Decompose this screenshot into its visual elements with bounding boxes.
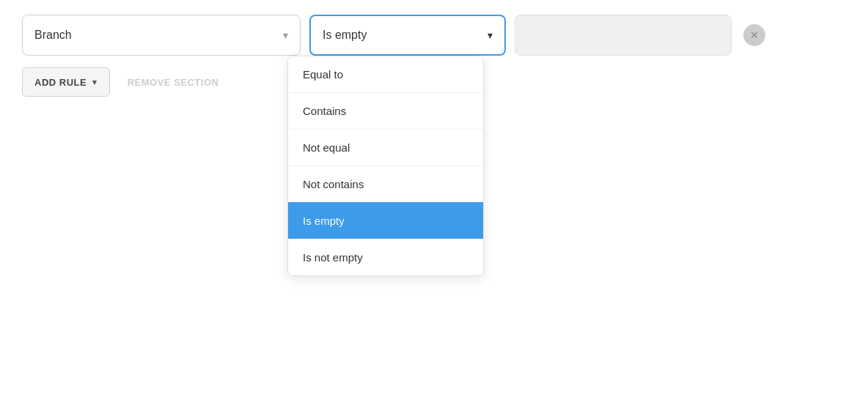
close-button[interactable]: ✕ xyxy=(743,24,765,46)
dropdown-item-not-equal[interactable]: Not equal xyxy=(288,129,483,165)
main-container: Branch ▾ Is empty ▾ ✕ ADD RULE ▾ REMOVE … xyxy=(0,0,868,413)
remove-section-button[interactable]: REMOVE SECTION xyxy=(128,77,219,88)
value-input[interactable] xyxy=(515,15,732,56)
add-rule-button[interactable]: ADD RULE ▾ xyxy=(22,67,110,97)
condition-dropdown-label: Is empty xyxy=(323,29,367,42)
add-rule-label: ADD RULE xyxy=(34,77,87,88)
close-icon: ✕ xyxy=(750,29,759,41)
branch-dropdown[interactable]: Branch ▾ xyxy=(22,15,301,56)
filter-row: Branch ▾ Is empty ▾ ✕ xyxy=(22,15,846,56)
branch-dropdown-arrow-icon: ▾ xyxy=(283,29,288,41)
condition-dropdown[interactable]: Is empty ▾ xyxy=(309,15,506,56)
dropdown-item-is-empty[interactable]: Is empty xyxy=(288,202,483,239)
branch-dropdown-label: Branch xyxy=(34,29,72,42)
dropdown-item-is-not-empty[interactable]: Is not empty xyxy=(288,239,483,275)
dropdown-item-equal-to[interactable]: Equal to xyxy=(288,56,483,92)
dropdown-item-not-contains[interactable]: Not contains xyxy=(288,165,483,202)
add-rule-arrow-icon: ▾ xyxy=(92,78,98,87)
condition-dropdown-menu: Equal to Contains Not equal Not contains… xyxy=(287,56,484,276)
dropdown-item-contains[interactable]: Contains xyxy=(288,92,483,129)
condition-dropdown-arrow-icon: ▾ xyxy=(488,29,493,41)
